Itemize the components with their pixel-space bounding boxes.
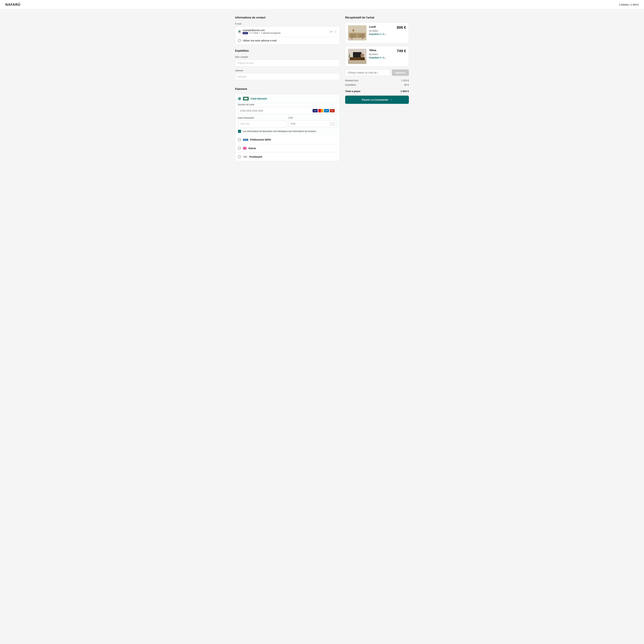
mastercard-logo [318, 109, 323, 112]
lund-name-price: Lund 806 € [369, 25, 406, 30]
cvc-row: 135 [288, 120, 337, 127]
sepa-badge: SEPA [243, 139, 248, 141]
email-address: example@acme.com [243, 29, 328, 32]
cvc-input[interactable] [291, 122, 329, 125]
card-icon-inner [244, 98, 248, 99]
montant-brut-label: Montant brut [345, 79, 358, 82]
card-label: Carte bancaire [251, 97, 267, 100]
voucher-input[interactable] [345, 69, 390, 76]
product-vikna: Vikna 749 € By Nafarù Expédition 3 - 4… [345, 46, 409, 67]
klarna-radio[interactable] [238, 147, 241, 150]
email-label: E-mail [235, 22, 340, 25]
left-column: Informations de contact E-mail example@a… [235, 16, 340, 165]
product-lund: Lund 806 € By Nafarù Expédition 3 - 4… [345, 22, 409, 43]
payment-card: Carte bancaire Numéro de carte VISA AMEX… [235, 94, 340, 161]
unionpay-logo: UP [330, 109, 335, 112]
p24-radio[interactable] [238, 155, 241, 158]
right-column: Récapitulatif de l'achat [345, 16, 409, 165]
svg-rect-12 [348, 60, 366, 64]
card-radio[interactable] [238, 97, 241, 100]
email-main: example@acme.com VISA • • • • 4242 • 1 a… [243, 29, 328, 34]
lund-brand: By Nafarù [369, 30, 406, 32]
email-saved-text: 1 adresse enregistrée [261, 32, 281, 34]
adresse-input[interactable] [235, 73, 340, 80]
email-option-2-label: Utiliser une autre adresse e-mail [243, 39, 277, 42]
total-value: 1 654 € [400, 90, 409, 93]
nom-input[interactable] [235, 60, 340, 67]
expedition-title: Expédition [235, 49, 340, 52]
montant-brut-row: Montant brut 1 555 € [345, 79, 409, 82]
sepa-label: Prélèvement SEPA [250, 138, 271, 141]
expedition-row: Expédition 99 € [345, 84, 409, 86]
expedition-row-label: Expédition [345, 84, 356, 86]
visa-logo: VISA [313, 109, 318, 112]
svg-rect-16 [360, 58, 365, 60]
header: NAFARÙ 2 Articles • 1 654 € [0, 0, 644, 9]
email-option-1[interactable]: example@acme.com VISA • • • • 4242 • 1 a… [235, 26, 340, 37]
klarna-badge: K. [243, 147, 247, 150]
card-number-input[interactable] [240, 109, 311, 112]
svg-rect-18 [353, 52, 361, 57]
vikna-name-price: Vikna 749 € [369, 49, 406, 53]
email-card: example@acme.com VISA • • • • 4242 • 1 a… [235, 26, 340, 45]
card-radio-dot [239, 98, 240, 99]
expiry-input[interactable] [238, 120, 286, 127]
email-option-2[interactable]: Utiliser une autre adresse e-mail [235, 37, 340, 44]
nom-label: Nom complet [235, 56, 340, 58]
svg-rect-14 [350, 58, 355, 60]
klarna-label: Klarna [249, 147, 256, 150]
logo: NAFARÙ [5, 3, 20, 7]
vikna-brand: By Nafarù [369, 53, 406, 56]
contact-title: Informations de contact [235, 16, 340, 19]
billing-checkbox-label: Les informations de facturation sont ide… [243, 130, 316, 133]
product-vikna-img [348, 49, 366, 64]
product-lund-info: Lund 806 € By Nafarù Expédition 3 - 4… [369, 25, 406, 40]
email-radio-2[interactable] [238, 39, 241, 42]
svg-rect-21 [361, 53, 362, 54]
card-option[interactable]: Carte bancaire [235, 94, 340, 103]
checkmark-icon: ✓ [239, 130, 240, 132]
vikna-name: Vikna [369, 49, 376, 52]
expiry-field: Date d'expiration [238, 117, 286, 127]
lund-svg [348, 25, 366, 40]
email-actions: link ⋮ [330, 30, 337, 33]
svg-rect-19 [357, 57, 358, 58]
payment-title: Paiement [235, 88, 340, 91]
cvc-field: CVC 135 [288, 117, 337, 127]
summary-title: Récapitulatif de l'achat [345, 16, 409, 19]
vikna-expedition: Expédition 3 - 4… [369, 57, 406, 59]
adresse-label: Adresse [235, 69, 340, 72]
svg-rect-7 [351, 37, 352, 39]
email-radio-1[interactable] [238, 30, 241, 33]
svg-rect-6 [358, 35, 360, 36]
order-btn-label: Passer La Commande [362, 98, 388, 101]
p24-option[interactable]: P24 Przelewy24 [235, 153, 340, 161]
billing-checkbox[interactable]: ✓ [238, 130, 241, 133]
svg-rect-20 [361, 54, 364, 57]
payment-details: Numéro de carte VISA AMEX UP Date d'expi… [235, 103, 340, 136]
visa-badge: VISA [243, 32, 248, 34]
total-row: Total a payer 1 654 € [345, 88, 409, 93]
card-number-row: VISA AMEX UP [238, 107, 337, 114]
amex-logo: AMEX [324, 109, 329, 112]
options-btn[interactable]: ⋮ [334, 30, 337, 33]
apply-button[interactable]: Appliquer [392, 69, 409, 76]
total-label: Total a payer [345, 90, 360, 93]
billing-checkbox-row: ✓ Les informations de facturation sont i… [238, 127, 337, 133]
product-lund-img [348, 25, 366, 40]
svg-rect-8 [362, 37, 363, 39]
svg-rect-15 [355, 58, 360, 60]
email-radio-1-dot [239, 31, 240, 32]
email-saved: • [259, 32, 260, 34]
payment-section: Paiement Carte bancaire Numéro de carte [235, 88, 340, 161]
sepa-radio[interactable] [238, 138, 241, 141]
order-button[interactable]: Passer La Commande → [345, 96, 409, 104]
expiry-cvc-row: Date d'expiration CVC 135 [238, 117, 337, 127]
p24-label: Przelewy24 [249, 155, 262, 158]
email-meta: VISA • • • • 4242 • 1 adresse enregistré… [243, 32, 328, 34]
sepa-option[interactable]: SEPA Prélèvement SEPA [235, 136, 340, 144]
svg-rect-23 [349, 54, 350, 56]
svg-rect-5 [355, 35, 356, 36]
order-btn-arrow: → [390, 98, 392, 101]
klarna-option[interactable]: K. Klarna [235, 144, 340, 153]
